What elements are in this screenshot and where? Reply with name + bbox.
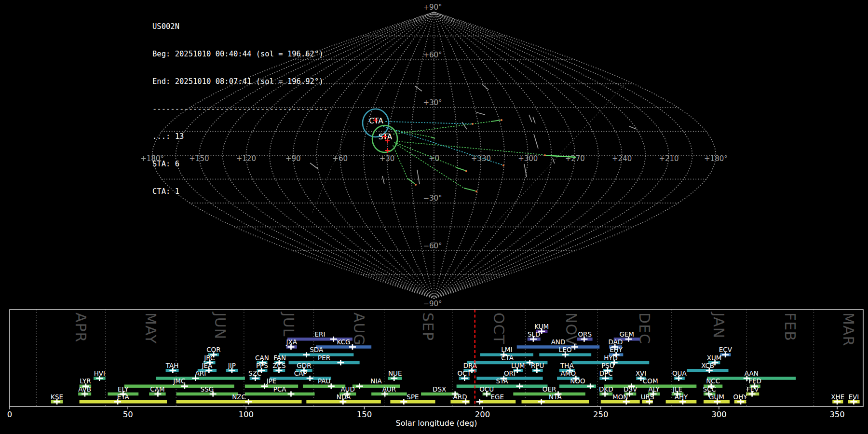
month-label: APR: [72, 312, 89, 342]
shower-bar-ege: [479, 400, 515, 404]
shower-bar-aur: [371, 393, 407, 396]
shower-bar-pau: [303, 385, 345, 388]
shower-label-com: COM: [643, 377, 658, 385]
shower-label-sda: SDA: [310, 346, 324, 353]
shower-label-ahy: AHY: [675, 393, 688, 401]
shower-label-ssg: SSG: [201, 385, 214, 393]
radiant-plot-page: +180°+150+120+90+60+30+0+330+300+270+240…: [0, 0, 868, 434]
shower-bar-eta: [80, 400, 167, 404]
shower-label-amo: AMO: [561, 369, 576, 377]
shower-bar-nzc: [176, 400, 302, 404]
shower-label-jmc: JMC: [173, 377, 185, 385]
shower-label-ege: EGE: [490, 393, 504, 401]
shower-label-gum: GUM: [709, 393, 724, 401]
shower-bar-and: [517, 345, 600, 349]
shower-bar-pca: [245, 393, 315, 396]
shower-label-nta: NTA: [549, 393, 562, 401]
shower-label-pau: PAU: [318, 377, 330, 385]
x-tick-label: 100: [239, 410, 254, 419]
shower-label-dkd: DKD: [599, 385, 613, 393]
month-label: JUL: [280, 312, 297, 337]
shower-label-jpe: JPE: [266, 377, 277, 385]
shower-label-aly: ALY: [648, 385, 660, 393]
shower-label-nue: NUE: [388, 369, 402, 377]
shower-bar-sta: [457, 385, 548, 388]
shower-bar-mon: [601, 400, 640, 404]
shower-label-and: AND: [551, 338, 566, 346]
month-label: MAY: [142, 312, 159, 344]
shower-label-scc: SCC: [703, 385, 716, 393]
x-tick-label: 350: [829, 410, 845, 419]
shower-label-sta: STA: [496, 377, 509, 385]
x-tick-label: 150: [357, 410, 372, 419]
x-tick-label: 200: [475, 410, 490, 419]
separator-line: ---------------------------------------: [152, 105, 328, 114]
shower-label-hyd: HYD: [604, 354, 618, 362]
shower-label-gem: GEM: [619, 330, 634, 338]
activity-chart: APRMAYJUNJULAUGSEPOCTNOVDECJANFEBMARKUME…: [0, 0, 868, 434]
station-id: US002N: [152, 22, 328, 31]
shower-label-ori: ORI: [504, 369, 515, 377]
x-axis-title: Solar longitude (deg): [396, 419, 477, 428]
shower-label-nda: NDA: [337, 393, 351, 401]
shower-label-lmi: LMI: [501, 346, 512, 353]
shower-label-jea: JEA: [202, 362, 213, 369]
shower-label-spe: SPE: [407, 393, 419, 401]
shower-label-tah: TAH: [165, 362, 179, 369]
shower-label-aud: AUD: [340, 385, 355, 393]
month-label: JAN: [710, 312, 727, 339]
shower-label-per: PER: [318, 354, 330, 362]
shower-label-jrc: JRC: [203, 354, 215, 362]
shower-label-dsv: DSV: [624, 385, 637, 393]
month-label: AUG: [351, 312, 367, 346]
shower-bar-jmc: [124, 385, 234, 388]
shower-label-eta: ETA: [117, 393, 130, 401]
shower-label-lum: LUM: [511, 362, 525, 369]
cta-count: CTA: 1: [152, 187, 328, 196]
month-label: SEP: [420, 312, 436, 341]
shower-bar-jpe: [245, 385, 298, 388]
shower-label-qua: QUA: [672, 369, 687, 377]
shower-label-tha: THA: [560, 362, 574, 369]
shower-label-ari: ARI: [195, 369, 206, 377]
shower-label-nia: NIA: [370, 377, 382, 385]
shower-bar-spe: [390, 400, 435, 404]
shower-label-ncc: NCC: [706, 377, 720, 385]
sporadic-count: ...: 13: [152, 132, 328, 141]
shower-label-fev: FEV: [746, 385, 759, 393]
month-label: MAR: [840, 312, 857, 346]
month-label: FEB: [782, 312, 799, 341]
end-time: End: 20251010 08:07:41 (sol = 196.92°): [152, 77, 328, 86]
observation-info: US002N Beg: 20251010 00:40:44 (sol = 196…: [152, 4, 328, 215]
shower-label-noo: NOO: [570, 377, 585, 385]
shower-label-oer: OER: [542, 385, 556, 393]
x-tick-label: 300: [711, 410, 727, 419]
sta-count: STA: 6: [152, 160, 328, 169]
shower-bar-ari: [156, 377, 245, 380]
shower-label-xcb: XCB: [701, 362, 714, 369]
shower-label-eri: ERI: [315, 330, 326, 338]
shower-bar-nta: [522, 400, 589, 404]
x-tick-label: 250: [593, 410, 609, 419]
month-label: OCT: [490, 312, 507, 344]
shower-bar-ori: [476, 377, 542, 380]
shower-label-cta: CTA: [501, 354, 514, 362]
shower-label-ard: ARD: [453, 393, 467, 401]
shower-label-dsx: DSX: [433, 385, 446, 393]
shower-label-pca: PCA: [273, 385, 287, 393]
x-tick-label: 50: [123, 410, 133, 419]
x-tick-label: 0: [7, 410, 13, 419]
shower-label-kcg: KCG: [337, 338, 351, 346]
month-label: JUN: [212, 312, 229, 339]
shower-bar-ssg: [176, 393, 238, 396]
begin-time: Beg: 20251010 00:40:44 (sol = 196.62°): [152, 50, 328, 59]
shower-label-xum: XUM: [707, 354, 722, 362]
shower-label-cap: CAP: [294, 369, 307, 377]
shower-label-nzc: NZC: [232, 393, 246, 401]
shower-bar-kcg: [316, 345, 371, 349]
shower-label-urs: URS: [641, 393, 654, 401]
month-label: NOV: [563, 312, 580, 346]
shower-bar-sda: [279, 353, 353, 357]
